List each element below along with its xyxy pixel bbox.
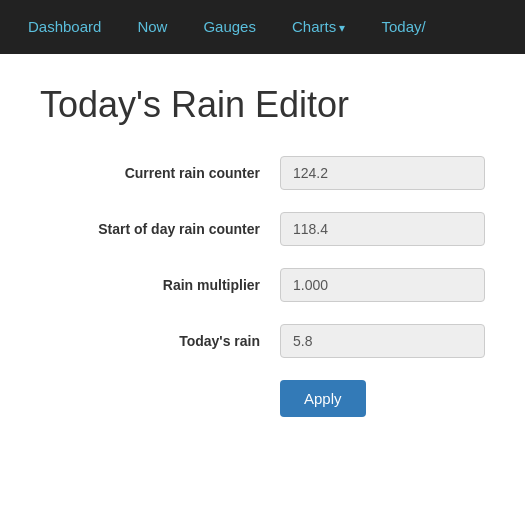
rain-editor-form: Current rain counterStart of day rain co… (40, 156, 485, 358)
navbar: Dashboard Now Gauges Charts Today/ (0, 0, 525, 54)
label-rain-multiplier: Rain multiplier (40, 277, 280, 293)
apply-button[interactable]: Apply (280, 380, 366, 417)
form-group-start-of-day-rain-counter: Start of day rain counter (40, 212, 485, 246)
page-title: Today's Rain Editor (40, 84, 485, 126)
apply-row: Apply (40, 380, 485, 417)
nav-dashboard[interactable]: Dashboard (10, 0, 119, 54)
input-rain-multiplier[interactable] (280, 268, 485, 302)
form-group-current-rain-counter: Current rain counter (40, 156, 485, 190)
input-start-of-day-rain-counter[interactable] (280, 212, 485, 246)
nav-today[interactable]: Today/ (363, 0, 443, 54)
label-start-of-day-rain-counter: Start of day rain counter (40, 221, 280, 237)
main-content: Today's Rain Editor Current rain counter… (0, 54, 525, 518)
label-current-rain-counter: Current rain counter (40, 165, 280, 181)
input-current-rain-counter[interactable] (280, 156, 485, 190)
input-todays-rain[interactable] (280, 324, 485, 358)
label-todays-rain: Today's rain (40, 333, 280, 349)
nav-charts-dropdown[interactable]: Charts (274, 0, 364, 55)
nav-charts[interactable]: Charts (274, 0, 364, 55)
nav-now[interactable]: Now (119, 0, 185, 54)
form-group-rain-multiplier: Rain multiplier (40, 268, 485, 302)
form-group-todays-rain: Today's rain (40, 324, 485, 358)
nav-gauges[interactable]: Gauges (185, 0, 274, 54)
